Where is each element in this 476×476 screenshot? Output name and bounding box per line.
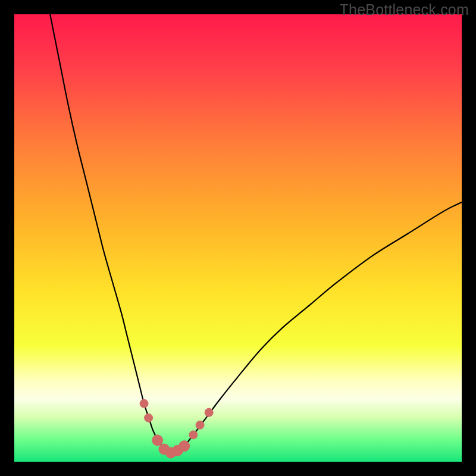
gradient-background xyxy=(14,14,462,462)
watermark-text: TheBottleneck.com xyxy=(340,1,469,18)
curve-marker xyxy=(205,408,213,416)
curve-marker xyxy=(152,435,163,446)
curve-marker xyxy=(179,441,190,452)
curve-marker xyxy=(145,414,153,422)
chart-frame: TheBottleneck.com xyxy=(0,0,476,476)
curve-marker xyxy=(140,399,148,408)
curve-marker xyxy=(196,421,204,429)
plot-area xyxy=(14,14,462,462)
chart-svg xyxy=(14,14,462,462)
curve-marker xyxy=(189,431,198,439)
